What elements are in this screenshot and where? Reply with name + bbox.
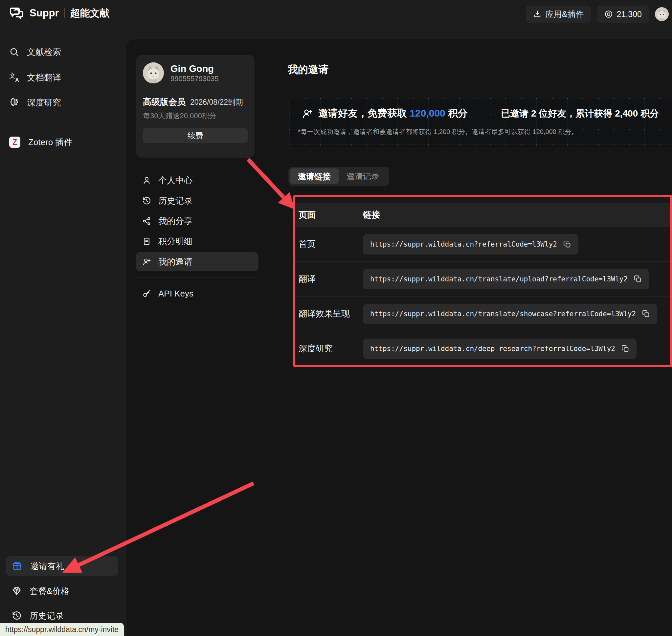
sidebar-item-label: 深度研究 (27, 97, 61, 108)
sidebar-item-literature-search[interactable]: 文献检索 (9, 43, 118, 61)
banner-points-value: 120,000 (410, 108, 445, 119)
profile-id: 990555793035 (171, 75, 219, 83)
apps-plugins-button[interactable]: 应用&插件 (526, 5, 591, 23)
avatar-cat-image (655, 7, 669, 21)
table-row: 翻译 https://suppr.wilddata.cn/translate/u… (295, 261, 670, 296)
copy-icon[interactable] (642, 310, 650, 318)
sidebar-item-label: 文档翻译 (27, 72, 61, 83)
brand-name: Suppr (29, 7, 59, 19)
invite-link-url: https://suppr.wilddata.cn/deep-research?… (370, 345, 615, 353)
banner-headline-row: 邀请好友，免费获取 120,000 积分 已邀请 2 位好友，累计获得 2,40… (298, 107, 659, 120)
column-header-link: 链接 (363, 209, 380, 221)
brain-icon (9, 98, 19, 107)
invite-links-table-highlight: 页面 链接 首页 https://suppr.wilddata.cn?refer… (293, 195, 672, 367)
renew-button[interactable]: 续费 (143, 128, 248, 143)
account-nav-label: 我的邀请 (158, 256, 193, 267)
invite-link-pill: https://suppr.wilddata.cn/translate/uplo… (363, 269, 649, 289)
person-plus-icon (142, 257, 151, 266)
link-preview-statusbar: https://suppr.wilddata.cn/my-invite (0, 623, 124, 636)
invite-link-url: https://suppr.wilddata.cn/translate/uplo… (370, 275, 628, 283)
invite-link-pill: https://suppr.wilddata.cn/translate/show… (363, 304, 657, 324)
account-nav-label: 个人中心 (158, 175, 193, 186)
account-nav-api-keys[interactable]: API Keys (136, 283, 258, 304)
invite-link-url: https://suppr.wilddata.cn/translate/show… (370, 310, 636, 318)
account-nav: 个人中心 历史记录 我的分享 积分明细 (136, 170, 258, 304)
page-title: 我的邀请 (288, 63, 329, 77)
account-nav-personal-center[interactable]: 个人中心 (136, 170, 258, 191)
table-row: 深度研究 https://suppr.wilddata.cn/deep-rese… (295, 331, 670, 366)
account-nav-my-invites[interactable]: 我的邀请 (136, 252, 258, 271)
invite-banner: 邀请好友，免费获取 120,000 积分 已邀请 2 位好友，累计获得 2,40… (289, 98, 672, 148)
row-page-label: 深度研究 (295, 343, 363, 354)
avatar-cat-image (143, 62, 164, 83)
row-page-label: 首页 (295, 238, 363, 250)
account-nav-label: 我的分享 (158, 215, 193, 227)
download-icon (533, 10, 541, 18)
chat-bubbles-logo-icon (8, 5, 24, 21)
tab-invite-links[interactable]: 邀请链接 (290, 168, 339, 184)
account-nav-label: 积分明细 (158, 236, 193, 247)
account-nav-label: 历史记录 (158, 195, 193, 206)
row-page-label: 翻译 (295, 273, 363, 285)
account-nav-label: API Keys (158, 289, 194, 299)
profile-header: Gin Gong 990555793035 (143, 62, 248, 83)
profile-avatar[interactable] (143, 62, 164, 83)
table-row: 首页 https://suppr.wilddata.cn?referralCod… (295, 227, 670, 261)
sidebar-item-history[interactable]: 历史记录 (12, 607, 120, 625)
user-avatar[interactable] (655, 7, 669, 21)
profile-card: Gin Gong 990555793035 高级版会员 2026/08/22到期… (136, 55, 255, 158)
apps-plugins-label: 应用&插件 (546, 9, 584, 20)
sidebar-item-label: 文献检索 (27, 46, 61, 58)
membership-level: 高级版会员 (143, 96, 185, 108)
tab-invite-records[interactable]: 邀请记录 (339, 168, 387, 184)
credits-value: 21,300 (617, 9, 642, 19)
membership-expiry: 2026/08/22到期 (190, 97, 243, 107)
invite-link-pill: https://suppr.wilddata.cn/deep-research?… (363, 339, 636, 359)
brand[interactable]: Suppr 超能文献 (8, 5, 110, 21)
account-nav-history[interactable]: 历史记录 (136, 191, 258, 211)
monthly-grant-note: 每30天赠送20,000积分 (143, 111, 248, 121)
copy-icon[interactable] (634, 275, 642, 283)
annotation-box-right-edge (670, 195, 672, 367)
person-icon (142, 176, 151, 185)
copy-icon[interactable] (621, 344, 629, 353)
brand-divider (64, 8, 65, 18)
search-icon (9, 47, 19, 57)
gift-icon (12, 561, 22, 571)
invite-link-pill: https://suppr.wilddata.cn?referralCode=l… (363, 234, 578, 255)
profile-name: Gin Gong (171, 63, 219, 75)
credits-button[interactable]: 21,300 (597, 5, 649, 23)
column-header-page: 页面 (295, 209, 363, 221)
copy-icon[interactable] (563, 240, 571, 248)
membership-line: 高级版会员 2026/08/22到期 (143, 96, 248, 108)
sidebar-item-invite-reward[interactable]: 邀请有礼 (6, 556, 118, 576)
profile-identity: Gin Gong 990555793035 (171, 63, 219, 83)
banner-headline: 邀请好友，免费获取 120,000 积分 (302, 107, 468, 120)
key-icon (142, 289, 151, 298)
sidebar-item-doc-translate[interactable]: 文 A 文档翻译 (9, 68, 118, 87)
person-plus-icon (302, 108, 313, 119)
history-icon (142, 196, 151, 205)
topbar-actions: 应用&插件 21,300 (526, 5, 669, 23)
sidebar-item-plans-pricing[interactable]: 套餐&价格 (12, 582, 120, 600)
zotero-icon: Z (9, 137, 20, 148)
sidebar-item-label: 邀请有礼 (30, 560, 64, 572)
coin-icon (604, 10, 613, 18)
app-window: Suppr 超能文献 应用&插件 21,300 (0, 0, 672, 636)
invite-link-url: https://suppr.wilddata.cn?referralCode=l… (370, 240, 557, 248)
sidebar-divider (10, 122, 117, 122)
invite-tabs: 邀请链接 邀请记录 (289, 167, 389, 186)
brand-subtitle: 超能文献 (70, 6, 110, 20)
sidebar-item-deep-research[interactable]: 深度研究 (9, 93, 118, 112)
table-row: 翻译效果呈现 https://suppr.wilddata.cn/transla… (295, 296, 670, 331)
receipt-icon (142, 237, 151, 246)
sidebar-item-label: Zotero 插件 (28, 137, 72, 148)
sidebar-item-label: 套餐&价格 (29, 585, 69, 597)
sidebar-item-zotero-plugin[interactable]: Z Zotero 插件 (9, 133, 118, 151)
account-nav-my-shares[interactable]: 我的分享 (136, 211, 258, 231)
row-page-label: 翻译效果呈现 (295, 308, 363, 319)
table-header-row: 页面 链接 (295, 203, 670, 227)
history-icon (12, 611, 22, 620)
profile-divider (143, 90, 248, 90)
account-nav-points-detail[interactable]: 积分明细 (136, 231, 258, 252)
